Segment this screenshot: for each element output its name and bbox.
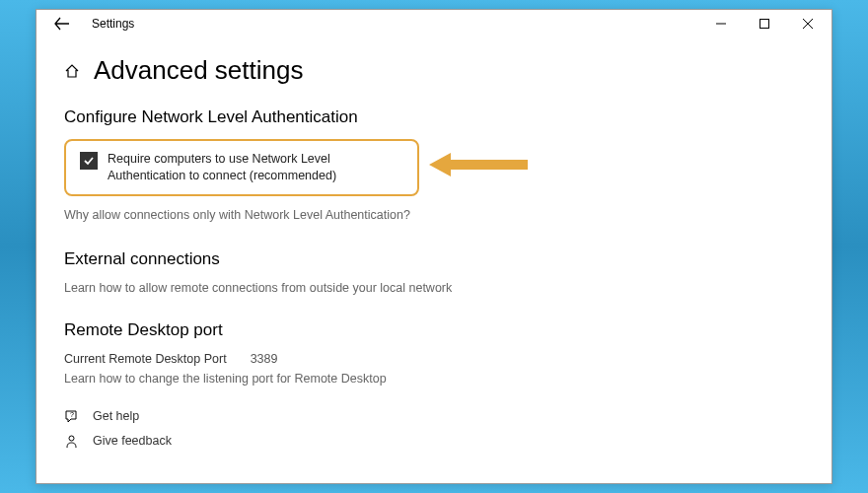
nla-checkbox[interactable] <box>80 152 98 170</box>
page-title: Advanced settings <box>94 55 303 86</box>
nla-section-title: Configure Network Level Authentication <box>64 107 804 127</box>
give-feedback-link[interactable]: Give feedback <box>64 434 804 449</box>
port-label: Current Remote Desktop Port <box>64 352 227 366</box>
home-icon[interactable] <box>64 63 80 79</box>
close-button[interactable] <box>786 10 830 37</box>
give-feedback-label: Give feedback <box>93 434 172 448</box>
maximize-button[interactable] <box>743 10 786 37</box>
svg-rect-1 <box>760 20 769 29</box>
annotation-arrow-icon <box>429 147 538 182</box>
back-arrow-icon <box>54 17 70 31</box>
nla-why-link[interactable]: Why allow connections only with Network … <box>64 208 804 222</box>
titlebar: Settings <box>36 10 832 37</box>
content-area: Advanced settings Configure Network Leve… <box>36 37 832 470</box>
external-section-title: External connections <box>64 249 804 269</box>
svg-text:?: ? <box>70 411 74 418</box>
close-icon <box>803 19 813 29</box>
minimize-button[interactable] <box>699 10 743 37</box>
get-help-label: Get help <box>93 409 139 423</box>
svg-marker-2 <box>429 153 528 176</box>
get-help-link[interactable]: ? Get help <box>64 409 804 424</box>
minimize-icon <box>716 19 726 29</box>
nla-checkbox-row[interactable]: Require computers to use Network Level A… <box>64 139 419 196</box>
feedback-icon <box>64 434 79 449</box>
external-link[interactable]: Learn how to allow remote connections fr… <box>64 281 804 295</box>
titlebar-title: Settings <box>92 17 134 31</box>
port-link[interactable]: Learn how to change the listening port f… <box>64 372 804 386</box>
checkmark-icon <box>83 155 95 167</box>
settings-window: Settings Advanced settings Configure Net… <box>36 9 832 484</box>
port-section-title: Remote Desktop port <box>64 320 804 340</box>
svg-point-4 <box>69 436 74 441</box>
port-value: 3389 <box>251 352 278 366</box>
back-button[interactable] <box>48 13 76 35</box>
help-icon: ? <box>64 409 79 424</box>
maximize-icon <box>760 19 769 29</box>
nla-checkbox-label: Require computers to use Network Level A… <box>108 151 403 184</box>
